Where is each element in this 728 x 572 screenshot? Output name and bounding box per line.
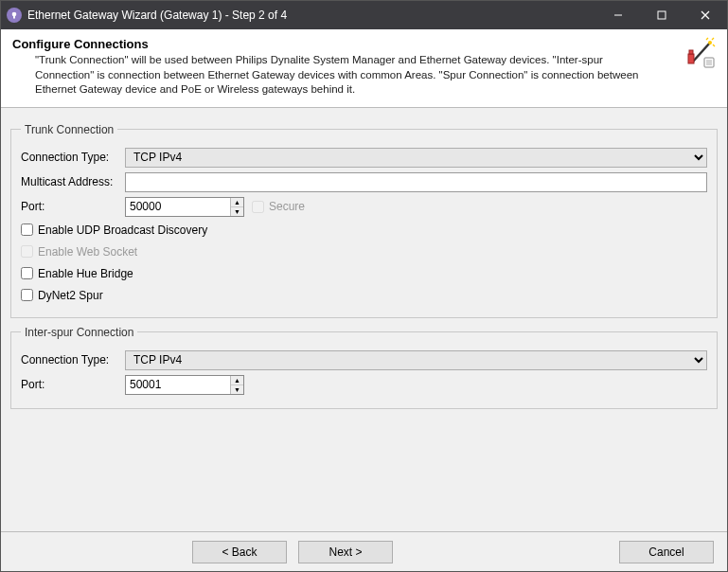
interspur-port-spin-up[interactable]: ▲ <box>231 376 243 385</box>
udp-discovery-label: Enable UDP Broadcast Discovery <box>38 223 207 237</box>
interspur-port-spin-down[interactable]: ▼ <box>231 385 243 394</box>
interspur-connection-type-select[interactable]: TCP IPv4 <box>125 350 707 370</box>
trunk-multicast-input[interactable] <box>125 172 707 192</box>
web-socket-label: Enable Web Socket <box>38 245 137 259</box>
trunk-multicast-label: Multicast Address: <box>21 175 125 188</box>
interspur-connection-type-label: Connection Type: <box>21 353 125 366</box>
svg-rect-12 <box>688 54 694 63</box>
trunk-connection-group: Trunk Connection Connection Type: TCP IP… <box>10 123 718 318</box>
interspur-legend: Inter-spur Connection <box>21 326 137 339</box>
interspur-port-input[interactable] <box>126 376 230 394</box>
maximize-button[interactable] <box>640 1 684 29</box>
next-button[interactable]: Next > <box>298 541 393 563</box>
web-socket-checkbox <box>21 245 33 258</box>
dynet2-spur-label: DyNet2 Spur <box>38 289 103 302</box>
trunk-port-label: Port: <box>21 200 125 213</box>
wizard-wand-icon <box>680 37 716 98</box>
udp-discovery-checkbox[interactable] <box>21 223 33 236</box>
trunk-port-input[interactable] <box>126 198 230 216</box>
svg-point-7 <box>708 41 712 45</box>
secure-checkbox-group: Secure <box>252 200 305 213</box>
close-button[interactable] <box>684 1 727 29</box>
cancel-button[interactable]: Cancel <box>619 541 714 563</box>
secure-checkbox <box>252 201 264 213</box>
svg-rect-3 <box>658 11 666 19</box>
trunk-connection-type-select[interactable]: TCP IPv4 <box>125 148 707 168</box>
svg-rect-13 <box>689 50 693 54</box>
interspur-port-label: Port: <box>21 378 125 391</box>
wizard-header: Configure Connections "Trunk Connection"… <box>1 29 727 108</box>
back-button[interactable]: < Back <box>192 541 287 563</box>
trunk-legend: Trunk Connection <box>21 123 117 136</box>
interspur-port-spinner[interactable]: ▲ ▼ <box>125 375 244 395</box>
svg-rect-1 <box>13 16 15 19</box>
wizard-content: Trunk Connection Connection Type: TCP IP… <box>1 108 727 420</box>
trunk-port-spinner[interactable]: ▲ ▼ <box>125 197 244 217</box>
header-title: Configure Connections <box>12 37 680 51</box>
trunk-connection-type-label: Connection Type: <box>21 151 125 164</box>
dynet2-spur-checkbox[interactable] <box>21 289 33 301</box>
minimize-button[interactable] <box>596 1 640 29</box>
hue-bridge-label: Enable Hue Bridge <box>38 267 133 280</box>
trunk-port-spin-down[interactable]: ▼ <box>231 207 243 216</box>
window-title: Ethernet Gateway Wizard (Gateway 1) - St… <box>27 9 596 22</box>
titlebar: Ethernet Gateway Wizard (Gateway 1) - St… <box>1 1 727 29</box>
app-icon <box>7 8 22 23</box>
interspur-connection-group: Inter-spur Connection Connection Type: T… <box>10 326 718 409</box>
trunk-port-spin-up[interactable]: ▲ <box>231 198 243 207</box>
svg-point-0 <box>12 12 17 17</box>
secure-label: Secure <box>269 200 305 213</box>
header-description: "Trunk Connection" will be used between … <box>35 53 650 98</box>
hue-bridge-checkbox[interactable] <box>21 267 33 279</box>
wizard-footer: < Back Next > Cancel <box>1 531 727 571</box>
window-controls <box>596 1 727 29</box>
